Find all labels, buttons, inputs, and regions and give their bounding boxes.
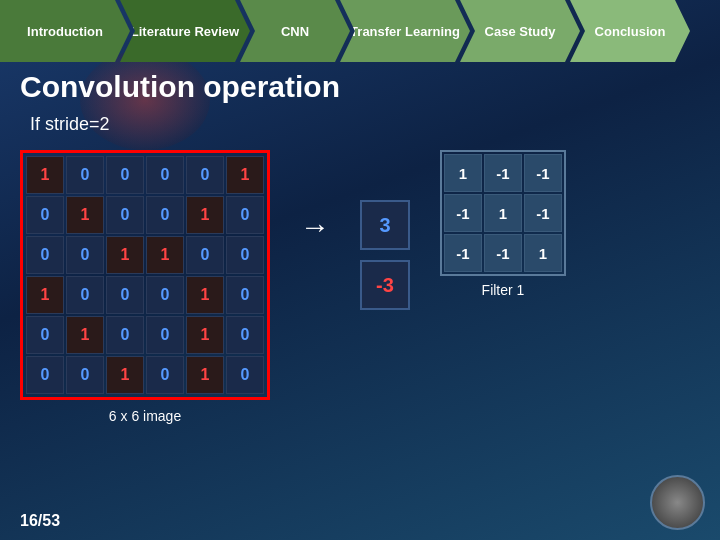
- nav-item-transfer[interactable]: Transfer Learning: [340, 0, 470, 62]
- matrix-cell: 0: [146, 276, 184, 314]
- nav-item-cnn[interactable]: CNN: [240, 0, 350, 62]
- nav-label-intro: Introduction: [27, 24, 103, 39]
- nav-label-cnn: CNN: [281, 24, 309, 39]
- filter-label: Filter 1: [482, 282, 525, 298]
- result-value-positive: 3: [360, 200, 410, 250]
- input-matrix: 100001010010001100100010010010001010: [20, 150, 270, 400]
- matrix-cell: 0: [66, 356, 104, 394]
- matrix-cell: 1: [66, 316, 104, 354]
- matrix-cell: 0: [146, 356, 184, 394]
- matrix-cell: 1: [186, 276, 224, 314]
- arrow-icon: →: [300, 210, 330, 244]
- nav-item-case[interactable]: Case Study: [460, 0, 580, 62]
- page-number: 16/53: [20, 512, 60, 530]
- nav-label-conclusion: Conclusion: [595, 24, 666, 39]
- filter-cell: 1: [524, 234, 562, 272]
- matrix-cell: 1: [106, 236, 144, 274]
- matrix-cell: 1: [146, 236, 184, 274]
- page-title: Convolution operation: [20, 70, 700, 104]
- stride-subtitle: If stride=2: [30, 114, 700, 135]
- matrix-cell: 0: [66, 276, 104, 314]
- matrix-cell: 1: [186, 356, 224, 394]
- nav-item-conclusion[interactable]: Conclusion: [570, 0, 690, 62]
- nav-item-introduction[interactable]: Introduction: [0, 0, 130, 62]
- matrix-label: 6 x 6 image: [109, 408, 181, 424]
- filter-grid: 1-1-1-11-1-1-11: [440, 150, 566, 276]
- matrix-container: 100001010010001100100010010010001010 6 x…: [20, 150, 270, 424]
- matrix-cell: 0: [106, 276, 144, 314]
- matrix-cell: 1: [106, 356, 144, 394]
- matrix-cell: 0: [106, 196, 144, 234]
- nav-label-case: Case Study: [485, 24, 556, 39]
- matrix-cell: 0: [106, 156, 144, 194]
- filter-cell: -1: [484, 154, 522, 192]
- matrix-cell: 0: [186, 156, 224, 194]
- matrix-cell: 1: [186, 196, 224, 234]
- content-area: 100001010010001100100010010010001010 6 x…: [20, 150, 700, 424]
- nav-label-lit: Literature Review: [131, 24, 239, 39]
- matrix-cell: 0: [186, 236, 224, 274]
- matrix-cell: 1: [226, 156, 264, 194]
- matrix-cell: 0: [226, 356, 264, 394]
- matrix-cell: 0: [66, 236, 104, 274]
- filter-cell: 1: [444, 154, 482, 192]
- result-box: 3 -3: [360, 200, 410, 310]
- matrix-cell: 0: [226, 236, 264, 274]
- matrix-cell: 0: [26, 356, 64, 394]
- filter-cell: -1: [444, 234, 482, 272]
- filter-container: 1-1-1-11-1-1-11 Filter 1: [440, 150, 566, 298]
- matrix-cell: 0: [226, 316, 264, 354]
- matrix-cell: 0: [66, 156, 104, 194]
- matrix-cell: 0: [106, 316, 144, 354]
- matrix-cell: 0: [226, 196, 264, 234]
- filter-cell: -1: [524, 194, 562, 232]
- filter-cell: 1: [484, 194, 522, 232]
- main-content: Convolution operation If stride=2 100001…: [20, 70, 700, 424]
- matrix-cell: 0: [26, 316, 64, 354]
- matrix-cell: 0: [146, 156, 184, 194]
- matrix-cell: 0: [146, 196, 184, 234]
- matrix-cell: 0: [26, 236, 64, 274]
- nav-label-transfer: Transfer Learning: [350, 24, 460, 39]
- matrix-cell: 1: [186, 316, 224, 354]
- result-value-negative: -3: [360, 260, 410, 310]
- matrix-cell: 1: [66, 196, 104, 234]
- matrix-cell: 0: [226, 276, 264, 314]
- filter-cell: -1: [484, 234, 522, 272]
- filter-cell: -1: [444, 194, 482, 232]
- matrix-cell: 1: [26, 156, 64, 194]
- matrix-cell: 1: [26, 276, 64, 314]
- nav-item-literature[interactable]: Literature Review: [120, 0, 250, 62]
- matrix-cell: 0: [26, 196, 64, 234]
- navbar: Introduction Literature Review CNN Trans…: [0, 0, 720, 62]
- bottom-right-image: [650, 475, 705, 530]
- matrix-cell: 0: [146, 316, 184, 354]
- filter-cell: -1: [524, 154, 562, 192]
